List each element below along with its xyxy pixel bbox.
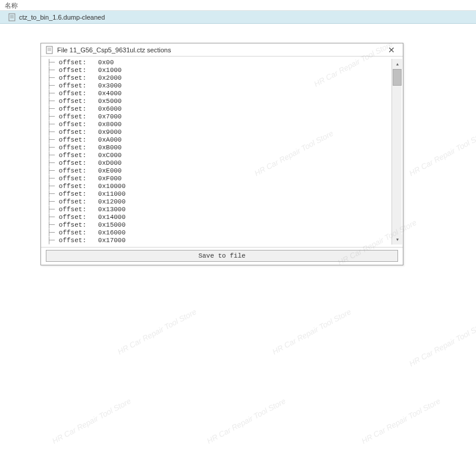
tree-row[interactable]: ├─ offset: 0x11000 <box>47 190 392 198</box>
tree-row[interactable]: ├─ offset: 0x14000 <box>47 214 392 221</box>
scroll-thumb[interactable] <box>393 69 402 86</box>
tree-row[interactable]: ├─ offset: 0x15000 <box>47 221 392 229</box>
tab-label[interactable]: ctz_to_bin_1.6.dump-cleaned <box>19 14 105 21</box>
watermark: HR Car Repair Tool Store <box>205 396 287 446</box>
tree-row[interactable]: ├─ offset: 0x6000 <box>47 105 392 113</box>
scroll-up-button[interactable]: ▴ <box>392 59 402 69</box>
tree-row[interactable]: ├─ offset: 0x4000 <box>47 90 392 98</box>
dialog-title: File 11_G56_Csp5_9631ul.ctz sections <box>57 46 383 54</box>
tree-row[interactable]: ├─ offset: 0xD000 <box>47 159 392 167</box>
close-icon: ✕ <box>388 45 395 55</box>
column-header: 名称 <box>0 0 476 11</box>
column-header-label: 名称 <box>5 2 18 9</box>
sections-dialog: File 11_G56_Csp5_9631ul.ctz sections ✕ ├… <box>40 43 403 265</box>
document-icon <box>8 13 17 21</box>
watermark: HR Car Repair Tool Store <box>116 307 198 356</box>
watermark: HR Car Repair Tool Store <box>271 307 352 356</box>
tree-row[interactable]: ├─ offset: 0x2000 <box>47 74 392 82</box>
watermark: HR Car Repair Tool Store <box>408 319 476 368</box>
tree-row[interactable]: ├─ offset: 0x00 <box>47 59 392 67</box>
watermark: HR Car Repair Tool Store <box>51 396 132 446</box>
dialog-titlebar: File 11_G56_Csp5_9631ul.ctz sections ✕ <box>41 43 403 57</box>
tree-row[interactable]: ├─ offset: 0x9000 <box>47 129 392 136</box>
watermark: HR Car Repair Tool Store <box>360 396 441 446</box>
tree-row[interactable]: ├─ offset: 0x7000 <box>47 113 392 121</box>
tree-row[interactable]: ├─ offset: 0x10000 <box>47 183 392 190</box>
tree-row[interactable]: ├─ offset: 0xE000 <box>47 167 392 175</box>
tree-row[interactable]: ├─ offset: 0x3000 <box>47 82 392 90</box>
tree-row[interactable]: ├─ offset: 0x17000 <box>47 237 392 245</box>
tree-row[interactable]: ├─ offset: 0x13000 <box>47 206 392 214</box>
close-button[interactable]: ✕ <box>383 45 400 55</box>
document-icon <box>46 46 54 54</box>
save-to-file-button[interactable]: Save to file <box>46 250 398 262</box>
watermark: HR Car Repair Tool Store <box>408 129 476 178</box>
svg-rect-4 <box>46 46 52 54</box>
tree-row[interactable]: ├─ offset: 0x5000 <box>47 98 392 105</box>
tree-row[interactable]: ├─ offset: 0x16000 <box>47 229 392 237</box>
tree-row[interactable]: ├─ offset: 0xC000 <box>47 152 392 159</box>
tree-row[interactable]: ├─ offset: 0xA000 <box>47 136 392 144</box>
dialog-body: ├─ offset: 0x00├─ offset: 0x1000├─ offse… <box>41 57 403 247</box>
tree-row[interactable]: ├─ offset: 0x8000 <box>47 121 392 129</box>
svg-rect-0 <box>9 14 15 21</box>
scroll-down-button[interactable]: ▾ <box>392 234 402 245</box>
tree-row[interactable]: ├─ offset: 0xB000 <box>47 144 392 152</box>
dialog-footer: Save to file <box>41 247 403 264</box>
offset-tree[interactable]: ├─ offset: 0x00├─ offset: 0x1000├─ offse… <box>46 59 392 245</box>
vertical-scrollbar[interactable]: ▴ ▾ <box>392 59 402 245</box>
tab-bar: ctz_to_bin_1.6.dump-cleaned <box>0 11 476 24</box>
tree-row[interactable]: ├─ offset: 0xF000 <box>47 175 392 183</box>
tree-row[interactable]: ├─ offset: 0x1000 <box>47 67 392 74</box>
tree-row[interactable]: ├─ offset: 0x12000 <box>47 198 392 206</box>
